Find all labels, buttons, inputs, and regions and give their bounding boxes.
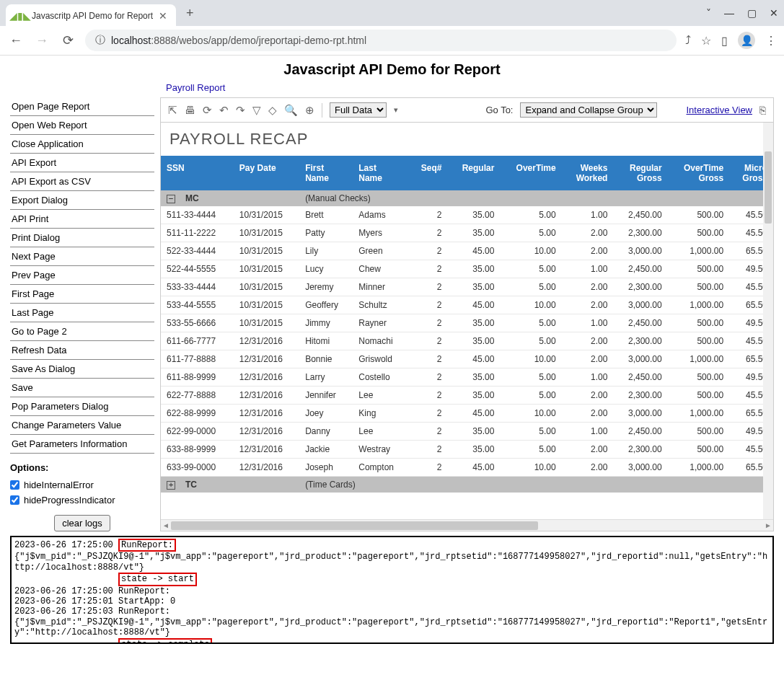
filter-icon[interactable]: ▽ bbox=[252, 104, 261, 117]
side-panel-icon[interactable]: ▯ bbox=[721, 34, 728, 48]
refresh-icon[interactable]: ⟳ bbox=[203, 104, 212, 117]
table-row[interactable]: 533-44-555510/31/2015GeofferySchultz245.… bbox=[161, 296, 773, 314]
sidebar-item-api-print[interactable]: API Print bbox=[10, 210, 154, 229]
sidebar-item-api-export-as-csv[interactable]: API Export as CSV bbox=[10, 172, 154, 191]
sidebar-item-next-page[interactable]: Next Page bbox=[10, 247, 154, 266]
table-row[interactable]: 611-66-777712/31/2016HitomiNomachi235.00… bbox=[161, 332, 773, 350]
separator bbox=[322, 103, 322, 118]
clear-logs-button[interactable]: clear logs bbox=[54, 515, 110, 531]
col-header[interactable]: OverTime bbox=[500, 156, 561, 190]
export-icon[interactable]: ⇱ bbox=[168, 104, 177, 117]
group-row-mc[interactable]: −MC(Manual Checks) bbox=[161, 190, 773, 206]
site-info-icon[interactable]: ⓘ bbox=[95, 34, 105, 47]
minimize-icon[interactable]: — bbox=[724, 7, 734, 19]
bookmark-icon[interactable]: ☆ bbox=[701, 34, 711, 48]
col-header[interactable]: FirstName bbox=[299, 156, 353, 190]
col-header[interactable]: LastName bbox=[353, 156, 409, 190]
table-row[interactable]: 511-33-444410/31/2015BrettAdams235.005.0… bbox=[161, 206, 773, 224]
vertical-scrollbar[interactable] bbox=[763, 123, 773, 519]
table-row[interactable]: 633-99-000012/31/2016JosephCompton245.00… bbox=[161, 459, 773, 477]
opt-hide-internal-error[interactable]: hideInternalError bbox=[10, 477, 154, 493]
sidebar-item-print-dialog[interactable]: Print Dialog bbox=[10, 229, 154, 247]
tab-favicon-icon: ◢▮◣ bbox=[14, 10, 26, 22]
reload-button[interactable]: ⟳ bbox=[59, 32, 76, 48]
sidebar-item-close-application[interactable]: Close Application bbox=[10, 135, 154, 154]
sidebar-item-open-page-report[interactable]: Open Page Report bbox=[10, 97, 154, 116]
group-toggle-icon[interactable]: − bbox=[167, 195, 175, 203]
checkbox-hide-internal-error[interactable] bbox=[10, 480, 19, 490]
zoom-in-icon[interactable]: ⊕ bbox=[305, 104, 314, 117]
exit-icon[interactable]: ⎘ bbox=[759, 104, 766, 116]
chevron-down-icon[interactable]: ˅ bbox=[706, 7, 711, 19]
print-icon[interactable]: 🖶 bbox=[185, 104, 195, 116]
group-row-tc[interactable]: +TC(Time Cards) bbox=[161, 477, 773, 493]
col-header[interactable]: RegularGross bbox=[613, 156, 667, 190]
horizontal-scrollbar[interactable]: ◄ ► bbox=[161, 519, 773, 531]
interactive-view-link[interactable]: Interactive View bbox=[686, 105, 752, 115]
breadcrumb[interactable]: Payroll Report bbox=[0, 81, 784, 97]
group-toggle-icon[interactable]: + bbox=[167, 481, 175, 490]
sidebar-item-save-as-dialog[interactable]: Save As Dialog bbox=[10, 360, 154, 379]
browser-tab[interactable]: ◢▮◣ Javascritp API Demo for Report ✕ bbox=[6, 4, 176, 27]
col-header[interactable]: Pay Date bbox=[234, 156, 299, 190]
window-controls: ˅ — ▢ ✕ bbox=[706, 7, 778, 19]
checkbox-hide-progress-indicator[interactable] bbox=[10, 495, 19, 505]
sidebar-item-refresh-data[interactable]: Refresh Data bbox=[10, 341, 154, 360]
sidebar-item-change-parameters-value[interactable]: Change Parameters Value bbox=[10, 416, 154, 435]
opt-hide-progress-indicator[interactable]: hideProgressIndicator bbox=[10, 493, 154, 508]
redo-icon[interactable]: ↷ bbox=[236, 104, 245, 117]
sidebar-item-pop-parameters-dialog[interactable]: Pop Parameters Dialog bbox=[10, 397, 154, 416]
col-header[interactable]: WeeksWorked bbox=[562, 156, 614, 190]
close-icon[interactable]: ✕ bbox=[159, 10, 167, 22]
close-window-icon[interactable]: ✕ bbox=[770, 7, 778, 19]
sidebar-item-api-export[interactable]: API Export bbox=[10, 154, 154, 172]
table-row[interactable]: 611-88-999912/31/2016LarryCostello235.00… bbox=[161, 368, 773, 387]
report-pane: ⇱ 🖶 ⟳ ↶ ↷ ▽ ◇ 🔍 ⊕ Full Data ▾ Go To: Exp… bbox=[160, 97, 774, 531]
sort-icon[interactable]: ◇ bbox=[268, 104, 277, 117]
sidebar-item-save[interactable]: Save bbox=[10, 379, 154, 397]
back-button[interactable]: ← bbox=[7, 33, 25, 48]
dropdown-arrow-icon[interactable]: ▾ bbox=[394, 105, 398, 115]
url-box[interactable]: ⓘ localhost:8888/webos/app/demo/jreporta… bbox=[85, 30, 677, 51]
data-mode-select[interactable]: Full Data bbox=[330, 102, 387, 118]
col-header[interactable]: SSN bbox=[161, 156, 234, 190]
payroll-table: SSNPay DateFirstNameLastNameSeq#RegularO… bbox=[161, 156, 773, 493]
table-row[interactable]: 622-88-999912/31/2016JoeyKing245.0010.00… bbox=[161, 405, 773, 423]
table-row[interactable]: 633-88-999912/31/2016JackieWestray235.00… bbox=[161, 441, 773, 459]
table-row[interactable]: 622-77-888812/31/2016JenniferLee235.005.… bbox=[161, 387, 773, 405]
col-header[interactable]: Seq# bbox=[409, 156, 448, 190]
table-row[interactable]: 622-99-000012/31/2016DannyLee235.005.001… bbox=[161, 423, 773, 441]
table-row[interactable]: 611-77-888812/31/2016BonnieGriswold245.0… bbox=[161, 350, 773, 368]
goto-select[interactable]: Expand and Collapse Group bbox=[520, 102, 657, 118]
zoom-icon[interactable]: 🔍 bbox=[284, 104, 298, 117]
sidebar-item-prev-page[interactable]: Prev Page bbox=[10, 266, 154, 285]
col-header[interactable]: Regular bbox=[448, 156, 501, 190]
goto-label: Go To: bbox=[485, 105, 513, 115]
table-row[interactable]: 533-33-444410/31/2015JeremyMinner235.005… bbox=[161, 278, 773, 296]
table-row[interactable]: 522-33-444410/31/2015LilyGreen245.0010.0… bbox=[161, 242, 773, 260]
sidebar-item-get-parameters-information[interactable]: Get Parameters Information bbox=[10, 435, 154, 454]
kebab-menu-icon[interactable]: ⋮ bbox=[765, 34, 777, 48]
table-row[interactable]: 522-44-555510/31/2015LucyChew235.005.001… bbox=[161, 260, 773, 278]
col-header[interactable]: OverTimeGross bbox=[668, 156, 729, 190]
new-tab-button[interactable]: + bbox=[182, 6, 198, 21]
log-pane: 2023-06-26 17:25:00 RunReport: {"j$vm_pi… bbox=[10, 536, 774, 644]
tab-title: Javascritp API Demo for Report bbox=[32, 11, 153, 21]
table-row[interactable]: 533-55-666610/31/2015JimmyRayner235.005.… bbox=[161, 314, 773, 332]
scroll-left-icon[interactable]: ◄ bbox=[161, 520, 171, 531]
horizontal-scroll-thumb[interactable] bbox=[171, 521, 538, 530]
share-icon[interactable]: ⤴ bbox=[685, 34, 691, 47]
profile-avatar[interactable]: 👤 bbox=[738, 32, 755, 49]
sidebar-item-first-page[interactable]: First Page bbox=[10, 285, 154, 304]
undo-icon[interactable]: ↶ bbox=[219, 104, 229, 117]
sidebar-item-last-page[interactable]: Last Page bbox=[10, 304, 154, 322]
sidebar-item-go-to-page-2[interactable]: Go to Page 2 bbox=[10, 322, 154, 341]
sidebar-item-open-web-report[interactable]: Open Web Report bbox=[10, 116, 154, 135]
vertical-scroll-thumb[interactable] bbox=[765, 151, 772, 224]
forward-button[interactable]: → bbox=[33, 33, 50, 48]
sidebar-item-export-dialog[interactable]: Export Dialog bbox=[10, 191, 154, 210]
scroll-right-icon[interactable]: ► bbox=[763, 520, 773, 531]
maximize-icon[interactable]: ▢ bbox=[747, 7, 757, 19]
page-title: Javascript API Demo for Report bbox=[0, 56, 784, 81]
table-row[interactable]: 511-11-222210/31/2015PattyMyers235.005.0… bbox=[161, 224, 773, 242]
